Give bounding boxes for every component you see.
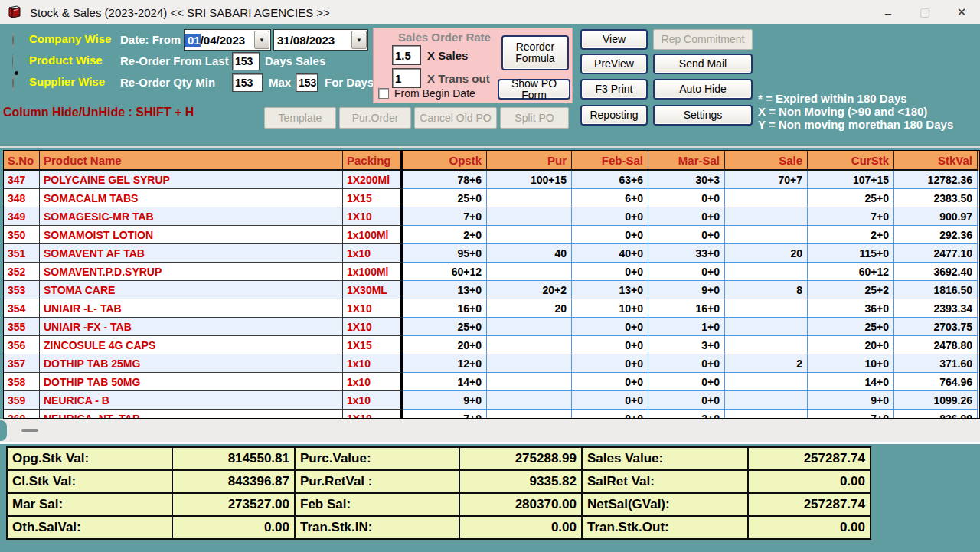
app-icon: [8, 5, 23, 20]
view-button[interactable]: View: [580, 29, 648, 50]
cell-sale: [725, 226, 808, 244]
cell-sno: 347: [4, 171, 40, 189]
chevron-down-icon[interactable]: ▼: [351, 31, 367, 49]
cell-product-name: SOMACALM TABS: [40, 189, 343, 207]
rep-commitment-button: Rep Commitment: [653, 29, 753, 50]
cell-packing: 1X10: [343, 207, 403, 226]
cell-feb-sal: 63+6: [572, 171, 648, 189]
cell-pur: [487, 391, 572, 410]
header-mar-sal: Mar-Sal: [648, 151, 725, 171]
cell-sno: 357: [4, 354, 40, 373]
summary-label: Oth.SalVal:: [8, 517, 172, 538]
date-from-label: Date: From: [120, 33, 181, 46]
horizontal-scrollbar[interactable]: [0, 419, 980, 444]
cell-sno: 351: [4, 244, 40, 263]
summary-value: 9335.82: [460, 471, 581, 492]
cell-stkval: 292.36: [894, 226, 978, 244]
table-row[interactable]: 359 NEURICA - B 1x10 9+0 0+0 0+0 9+0 109…: [4, 391, 979, 410]
summary-label: Cl.Stk Val:: [8, 471, 172, 492]
reorder-from-days-input[interactable]: [232, 52, 260, 70]
table-row[interactable]: 347 POLYCAINE GEL SYRUP 1X200Ml 78+6 100…: [4, 171, 979, 189]
table-row[interactable]: 357 DOTHIP TAB 25MG 1x10 12+0 0+0 0+0 2 …: [4, 354, 979, 373]
cell-curstk: 25+2: [808, 281, 894, 299]
date-from-input[interactable]: 01/04/2023 ▼: [184, 29, 271, 51]
cell-stkval: 2478.80: [894, 336, 978, 354]
qty-min-input[interactable]: [232, 73, 263, 92]
table-row[interactable]: 355 UNIAIR -FX - TAB 1X10 25+0 0+0 1+0 2…: [4, 318, 979, 336]
auto-hide-button[interactable]: Auto Hide: [653, 79, 753, 100]
cell-packing: 1x100Ml: [343, 263, 403, 281]
from-begin-date-checkbox[interactable]: [378, 88, 389, 99]
summary-value: 257287.74: [749, 494, 870, 515]
minimize-icon[interactable]: –: [870, 0, 906, 24]
radio-company-wise[interactable]: [12, 34, 14, 47]
cell-sale: [725, 391, 808, 410]
cell-stkval: 12782.36: [894, 171, 978, 189]
send-mail-button[interactable]: Send Mail: [653, 54, 753, 74]
cell-product-name: SOMAVENT.P.D.SYRUP: [40, 263, 343, 281]
reorder-formula-button[interactable]: Reorder Formula: [501, 35, 569, 70]
qty-max-input[interactable]: [296, 73, 318, 92]
cell-mar-sal: 1+0: [648, 318, 725, 336]
title-bar: Stock & Sales (2023-2024) << SRI SABARI …: [0, 0, 980, 24]
radio-icon[interactable]: [12, 33, 14, 47]
radio-product-wise-label[interactable]: Product Wise: [29, 54, 103, 67]
summary-table: Opg.Stk Val: 814550.81 Purc.Value: 27528…: [6, 446, 871, 540]
cancel-old-po-button: Cancel Old PO: [414, 107, 497, 129]
table-row[interactable]: 351 SOMAVENT AF TAB 1x10 95+0 40 40+0 33…: [4, 244, 979, 263]
cell-opstk: 7+0: [403, 207, 487, 226]
cell-opstk: 60+12: [403, 263, 487, 281]
chevron-down-icon[interactable]: ▼: [254, 31, 270, 49]
table-row[interactable]: 350 SOMAMOIST LOTION 1x100Ml 2+0 0+0 0+0…: [4, 226, 979, 244]
table-row[interactable]: 352 SOMAVENT.P.D.SYRUP 1x100Ml 60+12 0+0…: [4, 263, 979, 281]
cell-packing: 1x10: [343, 244, 403, 263]
cell-sale: [725, 299, 808, 318]
settings-button[interactable]: Settings: [653, 105, 753, 126]
summary-label: Feb Sal:: [296, 494, 459, 515]
table-row[interactable]: 360 NEURICA -NT- TAB 1X10 7+0 0+0 3+0 7+…: [4, 410, 979, 419]
table-row[interactable]: 348 SOMACALM TABS 1X15 25+0 6+0 0+0 25+0…: [4, 189, 979, 207]
preview-button[interactable]: PreView: [580, 54, 648, 74]
cell-opstk: 78+6: [403, 171, 487, 189]
cell-opstk: 2+0: [403, 226, 487, 244]
f3-print-button[interactable]: F3 Print: [580, 79, 648, 100]
cell-opstk: 25+0: [403, 318, 487, 336]
cell-packing: 1x10: [343, 391, 403, 410]
radio-supplier-wise[interactable]: [12, 77, 14, 90]
date-to-input[interactable]: 31/08/2023 ▼: [273, 29, 368, 51]
cell-stkval: 2703.75: [894, 318, 978, 336]
show-po-form-button[interactable]: Show PO Form: [498, 79, 570, 100]
scrollbar-thumb[interactable]: [21, 429, 38, 432]
table-row[interactable]: 353 STOMA CARE 1X30ML 13+0 20+2 13+0 9+0…: [4, 281, 979, 299]
cell-packing: 1x100Ml: [343, 226, 403, 244]
summary-value: 0.00: [749, 471, 870, 492]
close-icon[interactable]: ✕: [943, 0, 980, 24]
trans-multiplier-input[interactable]: [392, 68, 421, 88]
legend: * = Expired within 180 Days X = Non Movi…: [758, 92, 953, 131]
cell-pur: [487, 318, 572, 336]
table-row[interactable]: 358 DOTHIP TAB 50MG 1x10 14+0 0+0 0+0 14…: [4, 373, 979, 391]
table-row[interactable]: 356 ZINCOSULE 4G CAPS 1X15 20+0 0+0 3+0 …: [4, 336, 979, 354]
cell-feb-sal: 0+0: [572, 226, 648, 244]
cell-mar-sal: 0+0: [648, 263, 725, 281]
cell-pur: [487, 373, 572, 391]
cell-sno: 359: [4, 391, 40, 410]
radio-company-wise-label[interactable]: Company Wise: [29, 32, 111, 45]
radio-icon[interactable]: [12, 76, 14, 90]
cell-packing: 1X200Ml: [343, 171, 403, 189]
x-trans-out-label: X Trans out: [427, 72, 490, 85]
cell-feb-sal: 0+0: [572, 391, 648, 410]
rate-multiplier-input[interactable]: [392, 45, 421, 65]
radio-supplier-wise-label[interactable]: Supplier Wise: [29, 75, 105, 88]
reposting-button[interactable]: Reposting: [580, 105, 648, 126]
summary-label: Tran.Stk.IN:: [296, 517, 459, 538]
table-row[interactable]: 354 UNIAIR -L- TAB 1X10 16+0 20 10+0 16+…: [4, 299, 979, 318]
cell-curstk: 9+0: [808, 391, 894, 410]
header-product-name: Product Name: [40, 151, 343, 171]
cell-opstk: 16+0: [403, 299, 487, 318]
table-row[interactable]: 349 SOMAGESIC-MR TAB 1X10 7+0 0+0 0+0 7+…: [4, 207, 979, 226]
cell-pur: [487, 263, 572, 281]
header-opstk: Opstk: [403, 151, 487, 171]
date-from-rest: /04/2023: [201, 34, 245, 47]
cell-sale: [725, 336, 808, 354]
